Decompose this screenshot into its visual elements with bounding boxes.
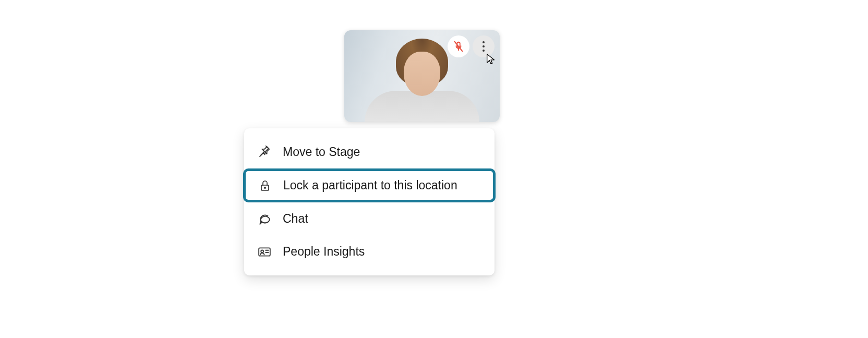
more-options-icon [483, 41, 485, 52]
participant-context-menu: Move to Stage Lock a participant to this… [244, 128, 495, 275]
menu-item-lock-participant[interactable]: Lock a participant to this location [243, 168, 496, 202]
menu-item-people-insights[interactable]: People Insights [244, 235, 495, 268]
menu-item-label: People Insights [283, 245, 365, 259]
lock-icon [258, 179, 272, 192]
menu-item-chat[interactable]: Chat [244, 202, 495, 235]
tile-controls [448, 35, 495, 57]
svg-point-5 [261, 250, 263, 252]
pin-icon [258, 146, 271, 159]
participant-video-tile[interactable] [344, 30, 500, 122]
menu-item-label: Move to Stage [283, 145, 360, 159]
menu-item-label: Lock a participant to this location [283, 178, 457, 192]
cursor-icon [485, 53, 497, 65]
people-insights-icon [258, 245, 271, 259]
chat-icon [258, 212, 271, 226]
mic-muted-icon [452, 40, 465, 53]
menu-item-move-to-stage[interactable]: Move to Stage [244, 136, 495, 168]
more-options-button[interactable] [473, 35, 495, 57]
menu-item-label: Chat [283, 212, 308, 226]
mic-muted-button[interactable] [448, 35, 469, 57]
svg-point-3 [264, 187, 266, 188]
